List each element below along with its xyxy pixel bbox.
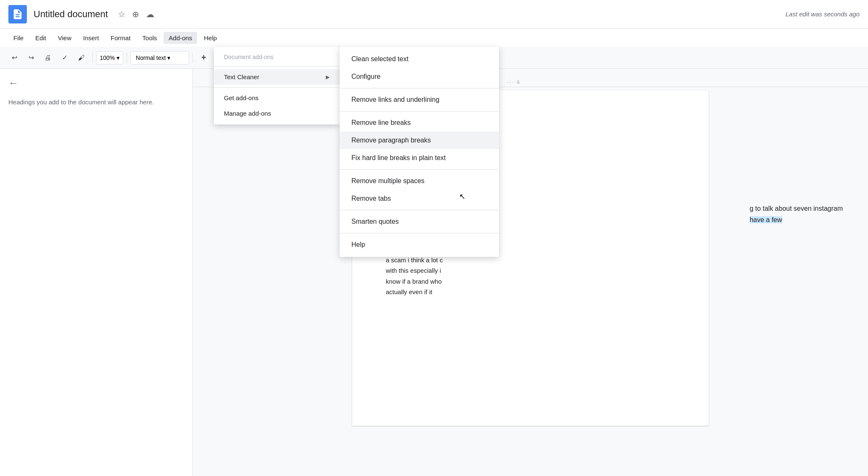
dropdown-text-cleaner[interactable]: Text Cleaner ▶ — [214, 69, 340, 85]
title-icons: ☆ ⊕ ☁ — [118, 9, 154, 19]
menu-file[interactable]: File — [8, 32, 29, 44]
dropdown-doc-addons-title: Document add-ons — [214, 50, 340, 64]
paint-format-button[interactable]: 🖌 — [74, 50, 89, 65]
menu-help[interactable]: Help — [199, 32, 222, 44]
submenu-remove-links[interactable]: Remove links and underlining — [340, 91, 499, 109]
style-value: Normal text — [136, 54, 166, 61]
submenu-remove-multiple-spaces[interactable]: Remove multiple spaces — [340, 172, 499, 190]
submenu-sep-1 — [340, 88, 499, 88]
dropdown-sep-mid — [214, 87, 340, 88]
submenu-smarten-quotes[interactable]: Smarten quotes — [340, 213, 499, 230]
submenu-sep-4 — [340, 210, 499, 210]
toolbar-sep-3 — [192, 53, 193, 63]
text-cleaner-submenu: Clean selected text Configure Remove lin… — [340, 47, 499, 257]
dropdown-manage-addons[interactable]: Manage add-ons — [214, 106, 340, 121]
submenu-remove-tabs[interactable]: Remove tabs — [340, 190, 499, 207]
toolbar-sep-1 — [92, 53, 93, 63]
submenu-sep-2 — [340, 111, 499, 111]
sidebar-heading-hint: Headings you add to the document will ap… — [8, 97, 184, 107]
dropdown-get-addons[interactable]: Get add-ons — [214, 90, 340, 106]
menu-insert[interactable]: Insert — [78, 32, 104, 44]
cloud-icon[interactable]: ☁ — [146, 9, 154, 19]
redo-button[interactable]: ↪ — [23, 50, 39, 65]
get-addons-label: Get add-ons — [224, 94, 259, 101]
submenu-sep-5 — [340, 233, 499, 233]
menu-tools[interactable]: Tools — [137, 32, 162, 44]
style-chevron-icon: ▾ — [167, 54, 170, 61]
style-select[interactable]: Normal text ▾ — [130, 51, 189, 65]
document-area: 1 · · · · 2 · · · · 3 · · · · 4 · · · · … — [193, 69, 868, 476]
print-button[interactable]: 🖨 — [40, 50, 55, 65]
undo-button[interactable]: ↩ — [7, 50, 22, 65]
menu-view[interactable]: View — [53, 32, 76, 44]
toolbar-sep-2 — [127, 53, 127, 63]
add-font-button[interactable]: + — [196, 50, 211, 65]
submenu-sep-3 — [340, 169, 499, 170]
title-bar: Untitled document ☆ ⊕ ☁ Last edit was se… — [0, 0, 868, 28]
submenu-remove-paragraph-breaks[interactable]: Remove paragraph breaks — [340, 132, 499, 149]
folder-icon[interactable]: ⊕ — [132, 9, 139, 19]
menu-addons[interactable]: Add-ons — [164, 32, 197, 44]
overlay-highlighted-text: have a few — [750, 216, 782, 223]
document-title[interactable]: Untitled document — [34, 9, 108, 20]
text-cleaner-arrow-icon: ▶ — [326, 74, 330, 80]
overlay-line-2: have a few — [750, 214, 843, 225]
submenu-configure[interactable]: Configure — [340, 68, 499, 85]
submenu-clean-selected[interactable]: Clean selected text — [340, 50, 499, 68]
zoom-chevron-icon: ▾ — [117, 54, 120, 61]
overlay-line-1: g to talk about seven instagram — [750, 203, 843, 214]
addons-dropdown: Document add-ons Text Cleaner ▶ Get add-… — [214, 47, 340, 124]
menu-edit[interactable]: Edit — [30, 32, 51, 44]
menu-format[interactable]: Format — [106, 32, 136, 44]
google-docs-icon — [8, 5, 27, 23]
submenu-remove-line-breaks[interactable]: Remove line breaks — [340, 114, 499, 132]
menu-bar: File Edit View Insert Format Tools Add-o… — [0, 28, 868, 47]
star-icon[interactable]: ☆ — [118, 9, 125, 19]
last-edit-status: Last edit was seconds ago — [785, 10, 860, 18]
submenu-fix-hard-line-breaks[interactable]: Fix hard line breaks in plain text — [340, 149, 499, 167]
zoom-select[interactable]: 100% ▾ — [96, 51, 123, 65]
text-cleaner-label: Text Cleaner — [224, 73, 259, 80]
sidebar: ← Headings you add to the document will … — [0, 69, 193, 476]
submenu-help[interactable]: Help — [340, 236, 499, 254]
ruler-mark-6: · · · · 6 — [507, 80, 520, 85]
back-button[interactable]: ← — [8, 77, 184, 89]
dropdown-sep-top — [214, 66, 340, 67]
spellcheck-button[interactable]: ✓ — [57, 50, 72, 65]
overlay-text-area: g to talk about seven instagram have a f… — [750, 203, 843, 225]
manage-addons-label: Manage add-ons — [224, 110, 271, 117]
zoom-value: 100% — [100, 54, 115, 61]
